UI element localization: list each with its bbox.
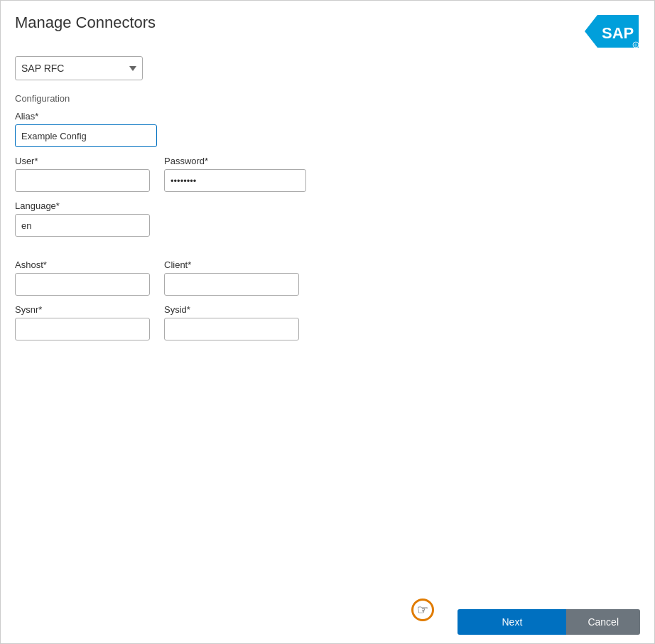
sysid-label: Sysid*: [164, 304, 299, 315]
user-input[interactable]: [15, 169, 150, 192]
svg-text:®: ®: [634, 43, 637, 48]
content-area: SAP RFC SAP BAPI SAP IDoc Configuration …: [1, 56, 654, 601]
alias-field-group: Alias*: [15, 111, 640, 147]
next-button[interactable]: Next: [458, 609, 566, 635]
password-field-group: Password*: [164, 156, 306, 192]
sysnr-field-group: Sysnr*: [15, 304, 150, 340]
password-label: Password*: [164, 156, 306, 166]
ashost-label: Ashost*: [15, 259, 150, 270]
sysnr-input[interactable]: [15, 318, 150, 340]
header: Manage Connectors SAP ®: [1, 1, 654, 56]
client-input[interactable]: [164, 273, 299, 296]
cursor-pointer-icon: ☞: [417, 602, 428, 618]
sysid-field-group: Sysid*: [164, 304, 299, 340]
password-input[interactable]: [164, 169, 306, 192]
alias-input[interactable]: [15, 124, 157, 147]
connector-type-select[interactable]: SAP RFC SAP BAPI SAP IDoc: [15, 56, 143, 80]
sysnr-sysid-row: Sysnr* Sysid*: [15, 304, 640, 340]
alias-label: Alias*: [15, 111, 640, 122]
sysnr-label: Sysnr*: [15, 304, 150, 315]
language-field-group: Language*: [15, 200, 640, 237]
ashost-field-group: Ashost*: [15, 259, 150, 296]
configuration-section-label: Configuration: [15, 93, 640, 104]
cancel-button[interactable]: Cancel: [566, 609, 640, 635]
cursor-ring: ☞: [411, 599, 434, 621]
user-password-row: User* Password*: [15, 156, 640, 192]
connector-dropdown-row: SAP RFC SAP BAPI SAP IDoc: [15, 56, 640, 80]
client-label: Client*: [164, 259, 299, 270]
client-field-group: Client*: [164, 259, 299, 296]
svg-text:SAP: SAP: [602, 24, 634, 42]
language-label: Language*: [15, 200, 640, 211]
ashost-client-row: Ashost* Client*: [15, 259, 640, 296]
svg-marker-1: [585, 15, 597, 48]
footer: Next ☞ Cancel: [1, 601, 654, 643]
user-field-group: User*: [15, 156, 150, 192]
page-title: Manage Connectors: [15, 14, 156, 32]
sysid-input[interactable]: [164, 318, 299, 340]
language-input[interactable]: [15, 214, 150, 237]
next-button-container: Next ☞: [458, 609, 566, 635]
sap-logo: SAP ®: [583, 14, 640, 49]
manage-connectors-page: Manage Connectors SAP ® SAP RFC SAP BAPI…: [0, 0, 655, 644]
ashost-input[interactable]: [15, 273, 150, 296]
user-label: User*: [15, 156, 150, 166]
